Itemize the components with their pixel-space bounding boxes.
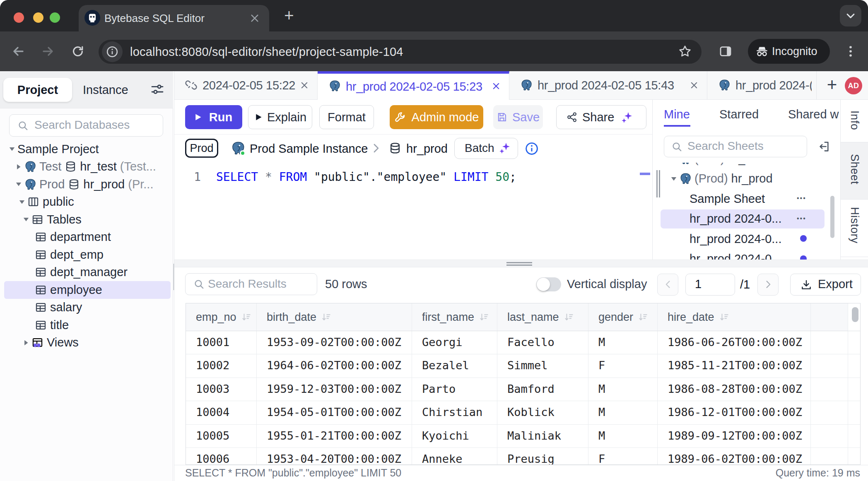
- sparkle-icon[interactable]: [621, 111, 633, 123]
- vertical-display-toggle[interactable]: [536, 277, 561, 291]
- cell-emp_no[interactable]: 10005: [186, 425, 257, 447]
- sidebar-item-dept-emp[interactable]: dept_emp: [0, 246, 173, 264]
- table-row[interactable]: 100011953-09-02T00:00:00ZGeorgiFacelloM1…: [186, 331, 860, 354]
- sidebar-item-dept-manager[interactable]: dept_manager: [0, 264, 173, 281]
- cell-last_name[interactable]: Preusig: [497, 448, 588, 465]
- cell-last_name[interactable]: Simmel: [497, 354, 588, 377]
- panel-resize-handle[interactable]: [656, 170, 661, 197]
- close-tab-icon[interactable]: [249, 13, 260, 24]
- sidebar-item-title[interactable]: title: [0, 316, 173, 334]
- cell-birth_date[interactable]: 1955-01-21T00:00:00Z: [257, 425, 412, 447]
- next-page-button[interactable]: [757, 274, 779, 296]
- cell-emp_no[interactable]: 10006: [186, 448, 257, 465]
- column-header-emp_no[interactable]: emp_no: [186, 303, 257, 331]
- sidebar-item-tables[interactable]: Tables: [0, 211, 173, 228]
- sheet-item-2[interactable]: hr_prod 2024-0...•••: [653, 209, 840, 229]
- database-name[interactable]: hr_prod: [406, 135, 448, 163]
- batch-button[interactable]: Batch: [454, 138, 518, 159]
- cell-hire_date[interactable]: 1989-06-02T00:00:00Z: [658, 448, 811, 465]
- bookmark-star-icon[interactable]: [678, 45, 692, 58]
- cell-last_name[interactable]: Facello: [497, 331, 588, 354]
- add-sheet-button[interactable]: +: [821, 75, 843, 96]
- cell-emp_no[interactable]: 10001: [186, 331, 257, 354]
- search-results-input[interactable]: Search Results: [185, 273, 317, 295]
- address-bar[interactable]: localhost:8080/sql-editor/sheet/project-…: [99, 40, 702, 64]
- sheet-group-clipped[interactable]: (Test)hr_test: [653, 163, 840, 169]
- table-row[interactable]: 100051955-01-21T00:00:00ZKyoichiMaliniak…: [186, 425, 860, 448]
- sort-icon[interactable]: [564, 312, 574, 322]
- sidebar-item-salary[interactable]: salary: [0, 299, 173, 317]
- editor-tab-3[interactable]: hr_prod 2024-02-05 15:43: [509, 71, 707, 100]
- results-resize-handle[interactable]: [174, 260, 868, 267]
- close-tab-icon[interactable]: [492, 82, 501, 91]
- instance-name[interactable]: Prod Sample Instance: [250, 135, 368, 163]
- cell-hire_date[interactable]: 1989-09-12T00:00:00Z: [658, 425, 811, 447]
- explain-button[interactable]: Explain: [248, 105, 312, 129]
- caret-down-icon[interactable]: [21, 216, 31, 223]
- format-button[interactable]: Format: [319, 105, 374, 129]
- table-row[interactable]: 100021964-06-02T00:00:00ZBezalelSimmelF1…: [186, 354, 860, 378]
- close-tab-icon[interactable]: [690, 81, 699, 90]
- sheet-menu-icon[interactable]: •••: [797, 189, 806, 208]
- column-header-hire_date[interactable]: hire_date: [658, 303, 811, 331]
- forward-icon[interactable]: [41, 45, 55, 58]
- table-row[interactable]: 100061953-04-20T00:00:00ZAnnekePreusigF1…: [186, 448, 860, 465]
- sort-icon[interactable]: [321, 312, 331, 322]
- cell-first_name[interactable]: Georgi: [412, 331, 497, 354]
- filter-icon[interactable]: [151, 83, 164, 96]
- sort-icon[interactable]: [479, 312, 489, 322]
- sort-icon[interactable]: [719, 312, 729, 322]
- column-header-birth_date[interactable]: birth_date: [257, 303, 412, 331]
- close-window-button[interactable]: [14, 12, 24, 23]
- cell-emp_no[interactable]: 10002: [186, 354, 257, 377]
- reload-icon[interactable]: [71, 45, 84, 58]
- sheet-item-4[interactable]: hr_prod 2024-0: [653, 249, 840, 260]
- cell-emp_no[interactable]: 10003: [186, 378, 257, 401]
- tab-instance[interactable]: Instance: [83, 78, 128, 102]
- side-panel-icon[interactable]: [719, 45, 732, 58]
- table-scrollbar[interactable]: [852, 307, 858, 322]
- sidebar-item-hr-test[interactable]: Testhr_test(Test...: [0, 158, 173, 176]
- cell-first_name[interactable]: Chirstian: [412, 401, 497, 424]
- minimize-window-button[interactable]: [33, 12, 43, 23]
- caret-down-icon[interactable]: [7, 145, 17, 153]
- table-row[interactable]: 100041954-05-01T00:00:00ZChirstianKoblic…: [186, 401, 860, 424]
- tab-project[interactable]: Project: [3, 78, 72, 102]
- sheet-item-1[interactable]: Sample Sheet•••: [653, 189, 840, 209]
- page-input[interactable]: 1: [685, 274, 735, 296]
- cell-last_name[interactable]: Koblick: [497, 401, 588, 424]
- cell-birth_date[interactable]: 1953-09-02T00:00:00Z: [257, 331, 412, 354]
- tab-mine[interactable]: Mine: [664, 100, 690, 129]
- sheet-menu-icon[interactable]: •••: [797, 209, 806, 228]
- sidebar-item-department[interactable]: department: [0, 228, 173, 246]
- sheet-scrollbar[interactable]: [830, 196, 834, 238]
- info-icon[interactable]: [525, 142, 539, 156]
- cell-birth_date[interactable]: 1959-12-03T00:00:00Z: [257, 378, 412, 401]
- save-button[interactable]: Save: [493, 105, 543, 129]
- cell-gender[interactable]: F: [588, 354, 658, 377]
- cell-first_name[interactable]: Kyoichi: [412, 425, 497, 447]
- editor-tab-2[interactable]: hr_prod 2024-02-05 15:23: [318, 71, 509, 100]
- cell-last_name[interactable]: Bamford: [497, 378, 588, 401]
- close-tab-icon[interactable]: [300, 81, 309, 90]
- cell-gender[interactable]: M: [588, 425, 658, 447]
- cell-birth_date[interactable]: 1953-04-20T00:00:00Z: [257, 448, 412, 465]
- caret-down-icon[interactable]: [668, 175, 679, 183]
- cell-hire_date[interactable]: 1986-12-01T00:00:00Z: [658, 401, 811, 424]
- cell-last_name[interactable]: Maliniak: [497, 425, 588, 447]
- tab-history[interactable]: History: [841, 200, 868, 257]
- cell-hire_date[interactable]: 1986-06-26T00:00:00Z: [658, 331, 811, 354]
- run-button[interactable]: Run: [185, 105, 242, 129]
- sort-icon[interactable]: [638, 312, 648, 322]
- sheet-item-3[interactable]: hr_prod 2024-0...: [653, 229, 840, 249]
- column-header-first_name[interactable]: first_name: [412, 303, 497, 331]
- browser-tab[interactable]: Bytebase SQL Editor: [79, 5, 269, 31]
- sidebar-item-sample-project[interactable]: Sample Project: [0, 140, 173, 158]
- editor-tab-1[interactable]: 2024-02-05 15:22: [174, 71, 318, 100]
- cell-hire_date[interactable]: 1986-08-28T00:00:00Z: [658, 378, 811, 401]
- cell-birth_date[interactable]: 1964-06-02T00:00:00Z: [257, 354, 412, 377]
- tab-starred[interactable]: Starred: [719, 100, 759, 129]
- search-sheets-input[interactable]: Search Sheets: [664, 136, 807, 157]
- tab-info[interactable]: Info: [841, 100, 868, 142]
- url-text[interactable]: localhost:8080/sql-editor/sheet/project-…: [130, 40, 403, 64]
